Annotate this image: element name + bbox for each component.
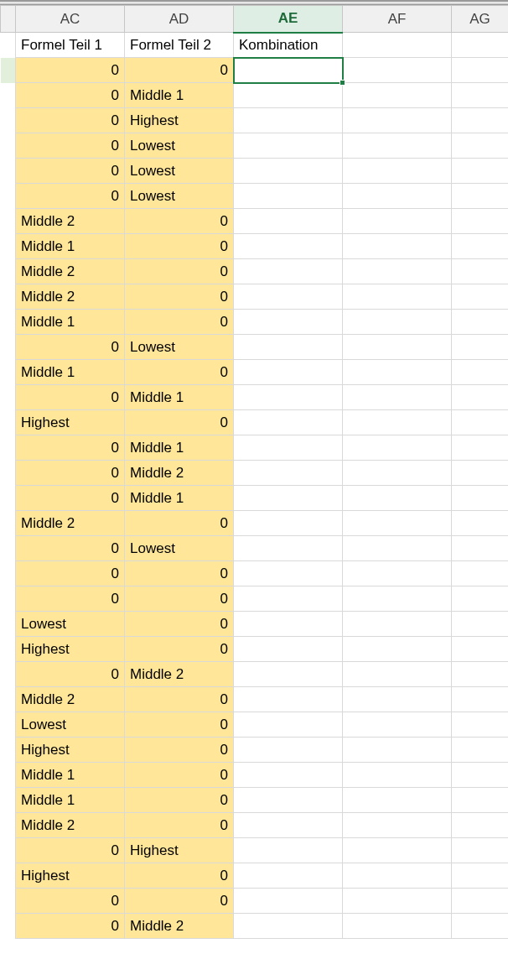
cell-af[interactable]	[343, 209, 452, 234]
grid-table[interactable]: AC AD AE AF AG Formel Teil 1 Formel Teil…	[0, 5, 508, 939]
cell-ac[interactable]: 0	[16, 435, 125, 461]
cell-ae[interactable]	[234, 712, 343, 738]
cell-af[interactable]	[343, 435, 452, 461]
cell-ag[interactable]	[452, 461, 509, 486]
cell-ac[interactable]: Highest	[16, 863, 125, 889]
cell-ag[interactable]	[452, 184, 509, 209]
cell-ag[interactable]	[452, 561, 509, 586]
cell-af[interactable]	[343, 58, 452, 83]
cell-af[interactable]	[343, 83, 452, 108]
cell-ad[interactable]: Middle 2	[125, 662, 234, 687]
cell-ae[interactable]	[234, 511, 343, 536]
cell-ae[interactable]	[234, 259, 343, 284]
cell-ae[interactable]	[234, 788, 343, 813]
cell-af[interactable]	[343, 536, 452, 561]
cell-ad[interactable]: Middle 1	[125, 435, 234, 461]
cell-ac[interactable]: Middle 1	[16, 310, 125, 335]
cell-af[interactable]	[343, 712, 452, 738]
cell-af[interactable]	[343, 612, 452, 637]
cell-ae[interactable]	[234, 108, 343, 133]
cell-ac[interactable]: Middle 2	[16, 284, 125, 310]
cell-ad[interactable]: 0	[125, 889, 234, 914]
cell-ad[interactable]: 0	[125, 637, 234, 662]
cell-ae[interactable]	[234, 461, 343, 486]
cell-ag[interactable]	[452, 284, 509, 310]
col-header-ad[interactable]: AD	[125, 6, 234, 33]
cell-ag[interactable]	[452, 914, 509, 939]
cell-ae[interactable]	[234, 813, 343, 838]
cell-ae[interactable]	[234, 133, 343, 159]
cell-ae[interactable]	[234, 637, 343, 662]
cell-ag[interactable]	[452, 612, 509, 637]
cell-af[interactable]	[343, 108, 452, 133]
cell-ae[interactable]	[234, 763, 343, 788]
cell-ae[interactable]	[234, 914, 343, 939]
cell-ag[interactable]	[452, 335, 509, 360]
cell-ac[interactable]: 0	[16, 561, 125, 586]
cell-ag[interactable]	[452, 209, 509, 234]
cell-ag[interactable]	[452, 310, 509, 335]
cell-af[interactable]	[343, 914, 452, 939]
cell-ag[interactable]	[452, 108, 509, 133]
cell-af-header[interactable]	[343, 33, 452, 58]
cell-ad[interactable]: Lowest	[125, 184, 234, 209]
cell-ag[interactable]	[452, 788, 509, 813]
cell-af[interactable]	[343, 586, 452, 612]
cell-af[interactable]	[343, 461, 452, 486]
cell-af[interactable]	[343, 687, 452, 712]
cell-ae-header[interactable]: Kombination	[234, 33, 343, 58]
cell-ad[interactable]: Lowest	[125, 536, 234, 561]
cell-ad[interactable]: 0	[125, 58, 234, 83]
cell-ag[interactable]	[452, 385, 509, 410]
cell-ae[interactable]	[234, 184, 343, 209]
cell-ac[interactable]: 0	[16, 536, 125, 561]
cell-ae[interactable]	[234, 234, 343, 259]
cell-ag[interactable]	[452, 763, 509, 788]
cell-ac[interactable]: 0	[16, 159, 125, 184]
cell-ae[interactable]	[234, 863, 343, 889]
cell-ag[interactable]	[452, 486, 509, 511]
cell-ac[interactable]: Middle 1	[16, 234, 125, 259]
cell-ae[interactable]	[234, 360, 343, 385]
cell-ac[interactable]: Middle 2	[16, 687, 125, 712]
cell-ad[interactable]: 0	[125, 360, 234, 385]
cell-ad[interactable]: Middle 1	[125, 486, 234, 511]
cell-ac-header[interactable]: Formel Teil 1	[16, 33, 125, 58]
cell-ag[interactable]	[452, 838, 509, 863]
cell-ad[interactable]: 0	[125, 511, 234, 536]
cell-ad[interactable]: 0	[125, 259, 234, 284]
cell-ad[interactable]: 0	[125, 712, 234, 738]
cell-ad[interactable]: 0	[125, 586, 234, 612]
cell-ac[interactable]: 0	[16, 184, 125, 209]
cell-af[interactable]	[343, 335, 452, 360]
cell-af[interactable]	[343, 259, 452, 284]
cell-ad[interactable]: 0	[125, 738, 234, 763]
cell-ae[interactable]	[234, 335, 343, 360]
cell-af[interactable]	[343, 838, 452, 863]
cell-ac[interactable]: Middle 2	[16, 259, 125, 284]
cell-ac[interactable]: Middle 2	[16, 511, 125, 536]
cell-ad[interactable]: 0	[125, 310, 234, 335]
cell-ag-header[interactable]	[452, 33, 509, 58]
cell-ae[interactable]	[234, 486, 343, 511]
cell-af[interactable]	[343, 863, 452, 889]
cell-ac[interactable]: Highest	[16, 637, 125, 662]
cell-ad[interactable]: Middle 1	[125, 83, 234, 108]
col-header-ae[interactable]: AE	[234, 6, 343, 33]
cell-ae[interactable]	[234, 561, 343, 586]
cell-af[interactable]	[343, 662, 452, 687]
cell-ae[interactable]	[234, 662, 343, 687]
cell-ae[interactable]	[234, 284, 343, 310]
cell-ac[interactable]: 0	[16, 108, 125, 133]
cell-ac[interactable]: 0	[16, 838, 125, 863]
cell-ac[interactable]: Lowest	[16, 612, 125, 637]
cell-ac[interactable]: Highest	[16, 738, 125, 763]
cell-ad[interactable]: Lowest	[125, 159, 234, 184]
cell-ad[interactable]: 0	[125, 788, 234, 813]
cell-ac[interactable]: Middle 2	[16, 209, 125, 234]
cell-ae[interactable]	[234, 83, 343, 108]
cell-ad[interactable]: 0	[125, 410, 234, 435]
cell-ac[interactable]: 0	[16, 586, 125, 612]
cell-af[interactable]	[343, 486, 452, 511]
cell-ae[interactable]	[234, 536, 343, 561]
